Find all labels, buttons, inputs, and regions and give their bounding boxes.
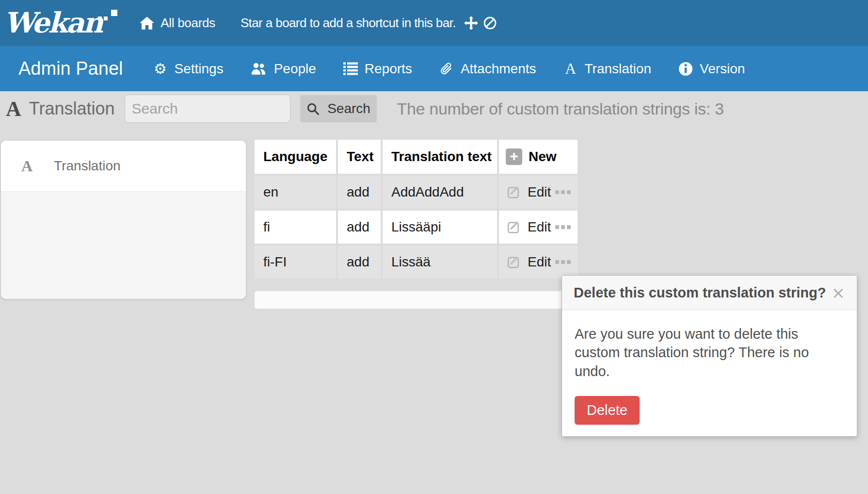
pencil-square-icon <box>507 185 521 199</box>
nav-item-settings[interactable]: ⚙ Settings <box>153 61 223 77</box>
wekan-admin-screen: Wekan All boards Star a board to add a s… <box>0 0 868 494</box>
admin-panel-bar: Admin Panel ⚙ Settings People <box>0 46 868 91</box>
nav-item-translation[interactable]: A Translation <box>563 60 651 78</box>
wekan-logo[interactable]: Wekan <box>4 0 118 46</box>
popup-message: Are you sure you want to delete this cus… <box>575 325 844 380</box>
cell-translation-text: AddAddAdd <box>383 176 497 209</box>
nav-label: Attachments <box>461 61 536 77</box>
translation-count-text: The number of custom translation strings… <box>397 99 724 118</box>
cell-actions: Edit <box>499 211 578 244</box>
logo-pixel-icon <box>104 16 108 20</box>
pencil-square-icon <box>507 220 521 234</box>
ellipsis-menu-icon[interactable] <box>555 225 571 229</box>
edit-button[interactable]: Edit <box>507 184 551 200</box>
column-header-language: Language <box>255 140 336 174</box>
plus-square-icon: + <box>506 148 522 165</box>
logo-pixel-icon <box>98 16 102 20</box>
paperclip-icon <box>439 62 454 76</box>
nav-item-reports[interactable]: Reports <box>343 61 412 77</box>
nav-item-attachments[interactable]: Attachments <box>439 61 536 77</box>
search-button-label: Search <box>327 101 370 116</box>
nav-label: Reports <box>365 61 412 77</box>
popup-header: Delete this custom translation string? × <box>562 276 857 310</box>
close-icon[interactable]: × <box>832 284 846 301</box>
letter-a-icon: A <box>6 97 21 121</box>
new-button-label: New <box>529 149 557 165</box>
search-icon <box>306 102 320 116</box>
nav-label: Settings <box>174 61 223 77</box>
delete-button[interactable]: Delete <box>575 396 640 425</box>
pencil-square-icon <box>507 255 521 269</box>
wekan-logo-text: Wekan <box>4 6 102 39</box>
all-boards-link[interactable]: All boards <box>140 16 215 31</box>
people-icon <box>251 62 267 76</box>
translation-table: Language Text Translation text + New en … <box>255 140 578 279</box>
cell-actions: Edit <box>499 176 578 209</box>
cell-text: add <box>338 211 381 244</box>
sidebar-item-translation[interactable]: A Translation <box>1 141 246 192</box>
edit-button-label: Edit <box>528 219 551 235</box>
translation-sidebar: A Translation <box>1 141 246 299</box>
admin-nav: ⚙ Settings People <box>153 60 745 78</box>
new-translation-button[interactable]: + New <box>499 140 578 174</box>
nav-label: Translation <box>585 61 651 77</box>
letter-a-icon: A <box>21 157 32 175</box>
ellipsis-menu-icon[interactable] <box>555 260 571 264</box>
cell-language: fi-FI <box>255 246 336 279</box>
cell-language: fi <box>255 211 336 244</box>
home-icon <box>140 16 154 30</box>
edit-button-label: Edit <box>528 254 551 270</box>
delete-confirmation-popup: Delete this custom translation string? ×… <box>562 275 857 437</box>
search-input[interactable] <box>125 95 290 123</box>
cell-translation-text: Lissääpi <box>383 211 497 244</box>
move-icon[interactable] <box>464 16 479 31</box>
cell-translation-text: Lissää <box>383 246 497 279</box>
search-button[interactable]: Search <box>300 95 377 122</box>
edit-button-label: Edit <box>528 184 551 200</box>
column-header-translation-text: Translation text <box>383 140 497 174</box>
ban-icon[interactable] <box>483 16 497 30</box>
cell-language: en <box>255 176 336 209</box>
gear-icon: ⚙ <box>153 62 167 76</box>
nav-label: Version <box>700 61 745 77</box>
admin-panel-title: Admin Panel <box>18 58 123 79</box>
star-board-hint: Star a board to add a shortcut in this b… <box>241 16 456 31</box>
cell-text: add <box>338 246 381 279</box>
letter-a-icon: A <box>563 60 578 78</box>
popup-title: Delete this custom translation string? <box>574 285 832 301</box>
top-bar: Wekan All boards Star a board to add a s… <box>0 0 868 46</box>
all-boards-label: All boards <box>161 16 215 31</box>
edit-button[interactable]: Edit <box>507 219 551 235</box>
cell-text: add <box>338 176 381 209</box>
page-title: A Translation <box>6 97 115 121</box>
table-scroll-track[interactable] <box>255 291 578 309</box>
nav-item-version[interactable]: Version <box>678 61 745 77</box>
info-icon <box>678 62 693 76</box>
reports-icon <box>343 62 358 75</box>
nav-item-people[interactable]: People <box>251 61 316 77</box>
popup-body: Are you sure you want to delete this cus… <box>562 310 857 436</box>
page-title-label: Translation <box>29 99 115 119</box>
sidebar-item-label: Translation <box>54 158 120 174</box>
nav-label: People <box>274 61 316 77</box>
ellipsis-menu-icon[interactable] <box>555 190 571 194</box>
cell-actions: Edit <box>499 246 578 279</box>
translation-toolbar: A Translation Search The number of custo… <box>0 91 868 126</box>
logo-pixel-icon <box>111 10 117 16</box>
column-header-text: Text <box>338 140 381 174</box>
edit-button[interactable]: Edit <box>507 254 551 270</box>
